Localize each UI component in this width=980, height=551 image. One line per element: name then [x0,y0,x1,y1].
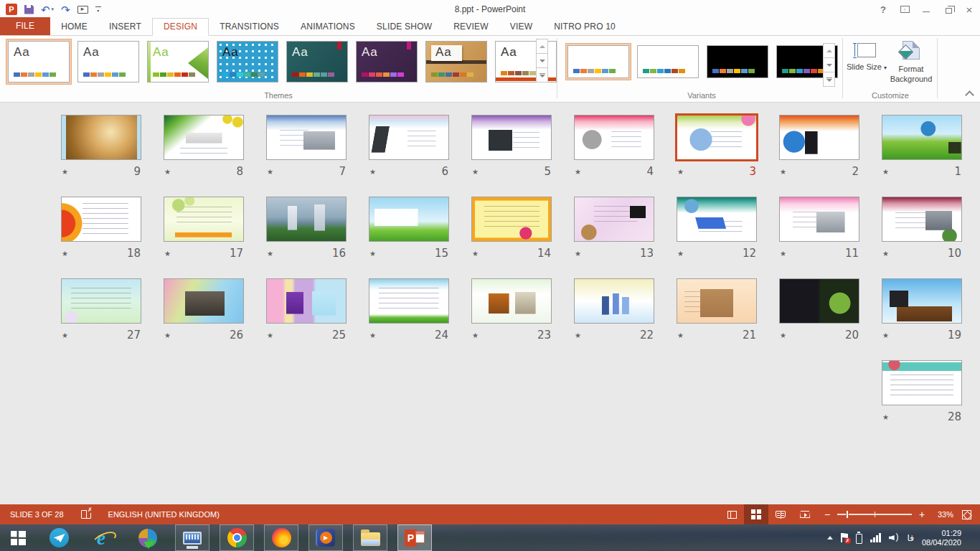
slide-11-animation-star-icon[interactable]: ★ [780,250,786,258]
save-button[interactable] [24,2,34,17]
taskbar-media-player[interactable] [308,524,343,551]
slide-19-thumbnail[interactable] [882,278,962,324]
theme-facet[interactable]: Aa [145,39,211,85]
slide-2[interactable]: ★2 [779,115,859,178]
slide-4-thumbnail[interactable] [574,115,654,160]
slide-3-selected[interactable]: ★3 [677,115,757,178]
slide-17[interactable]: ★17 [164,197,244,260]
slide-18[interactable]: ★18 [61,197,141,260]
slide-20-animation-star-icon[interactable]: ★ [780,331,786,339]
theme-office[interactable]: Aa [75,39,141,85]
input-language-indicator[interactable]: فا [908,533,914,543]
fit-slide-to-window-button[interactable] [962,510,971,519]
slide-24[interactable]: ★24 [369,278,449,342]
slide-show-button[interactable] [793,504,817,524]
slide-15-animation-star-icon[interactable]: ★ [369,250,376,258]
network-signal-icon[interactable] [870,533,881,542]
taskbar-remote-desktop[interactable] [175,524,209,551]
clock[interactable]: 01:29 08/04/2020 [922,529,961,547]
hidden-icons-button[interactable] [827,536,833,540]
slide-5[interactable]: ★5 [471,115,552,178]
minimize-button[interactable] [915,1,937,17]
slide-25-animation-star-icon[interactable]: ★ [267,331,273,339]
theme-ion-boardroom[interactable]: Aa [354,39,420,85]
slide-8-thumbnail[interactable] [164,115,244,160]
zoom-slider[interactable] [837,514,912,515]
reading-view-button[interactable] [768,504,793,524]
customize-qat-button[interactable]: ▾ [95,2,101,17]
slide-15[interactable]: ★15 [369,197,449,260]
theme-ion[interactable]: Aa [284,39,350,85]
tab-transitions[interactable]: TRANSITIONS [209,19,290,35]
slide-26-thumbnail[interactable] [164,278,244,324]
slide-6-thumbnail[interactable] [369,115,449,160]
volume-icon[interactable] [889,533,900,542]
slide-15-thumbnail[interactable] [369,197,449,242]
slide-26[interactable]: ★26 [164,278,244,342]
taskbar-file-explorer[interactable] [353,524,387,551]
help-button[interactable]: ? [872,1,894,17]
language-indicator[interactable]: ENGLISH (UNITED KINGDOM) [108,510,220,519]
slide-22[interactable]: ★22 [574,278,654,342]
slide-4-animation-star-icon[interactable]: ★ [575,168,581,176]
slide-16[interactable]: ★16 [266,197,347,260]
slide-10[interactable]: ★10 [882,197,962,260]
zoom-in-button[interactable]: + [918,509,926,520]
taskbar-firefox[interactable] [264,524,298,551]
variant-1[interactable] [565,43,631,80]
tab-nitro-pro-10[interactable]: NITRO PRO 10 [543,19,626,35]
slide-6[interactable]: ★6 [369,115,449,178]
slide-11[interactable]: ★11 [779,197,859,260]
slide-27-animation-star-icon[interactable]: ★ [62,331,68,339]
ribbon-display-options-button[interactable]: ↑ [894,1,915,17]
tab-insert[interactable]: INSERT [98,19,152,35]
slide-19[interactable]: ★19 [882,278,962,342]
slide-5-animation-star-icon[interactable]: ★ [472,168,479,176]
redo-button[interactable]: ↷ [61,2,70,17]
taskbar-internet-explorer[interactable]: e [86,524,121,551]
slide-12-animation-star-icon[interactable]: ★ [677,250,684,258]
slide-22-thumbnail[interactable] [574,278,654,324]
slide-3-thumbnail[interactable] [677,115,757,160]
slide-6-animation-star-icon[interactable]: ★ [369,168,376,176]
slide-2-animation-star-icon[interactable]: ★ [780,168,786,176]
variants-more-button[interactable] [823,72,835,87]
slide-3-animation-star-icon[interactable]: ★ [677,168,684,176]
tab-home[interactable]: HOME [50,19,98,35]
variants-scroll-down-button[interactable] [823,57,835,72]
action-center-flag-icon[interactable]: ✗ [841,533,848,542]
taskbar-chrome[interactable] [220,524,254,551]
slide-8[interactable]: ★8 [164,115,244,178]
slide-14-thumbnail[interactable] [471,197,552,242]
taskbar-idm[interactable] [131,524,165,551]
slide-7-thumbnail[interactable] [266,115,347,160]
theme-office-current[interactable]: Aa [6,39,72,85]
zoom-out-button[interactable]: − [823,509,831,520]
undo-button[interactable]: ↶▾ [41,2,54,17]
slide-indicator[interactable]: SLIDE 3 OF 28 [10,510,64,519]
slide-25-thumbnail[interactable] [266,278,347,324]
slide-17-animation-star-icon[interactable]: ★ [164,250,171,258]
slide-13-thumbnail[interactable] [574,197,654,242]
restore-button[interactable] [937,1,958,17]
tab-slide-show[interactable]: SLIDE SHOW [366,19,443,35]
slide-16-animation-star-icon[interactable]: ★ [267,250,273,258]
slide-9-thumbnail[interactable] [61,115,141,160]
tab-review[interactable]: REVIEW [443,19,499,35]
slide-1[interactable]: ★1 [882,115,962,178]
themes-scroll-down-button[interactable] [536,53,548,68]
theme-integral[interactable]: Aa [215,39,281,85]
slide-21[interactable]: ★21 [677,278,757,342]
slide-19-animation-star-icon[interactable]: ★ [882,331,889,339]
spell-check-icon[interactable] [81,510,91,519]
slide-8-animation-star-icon[interactable]: ★ [164,168,171,176]
zoom-slider-thumb[interactable] [846,510,849,519]
slide-20[interactable]: ★20 [779,278,859,342]
slide-size-button[interactable]: Slide Size ▾ [847,40,887,96]
slide-18-thumbnail[interactable] [61,197,141,242]
tab-animations[interactable]: ANIMATIONS [290,19,366,35]
zoom-percentage[interactable]: 33% [929,510,953,519]
slide-22-animation-star-icon[interactable]: ★ [575,331,581,339]
slide-27-thumbnail[interactable] [61,278,141,324]
slide-28[interactable]: ★28 [882,360,962,423]
